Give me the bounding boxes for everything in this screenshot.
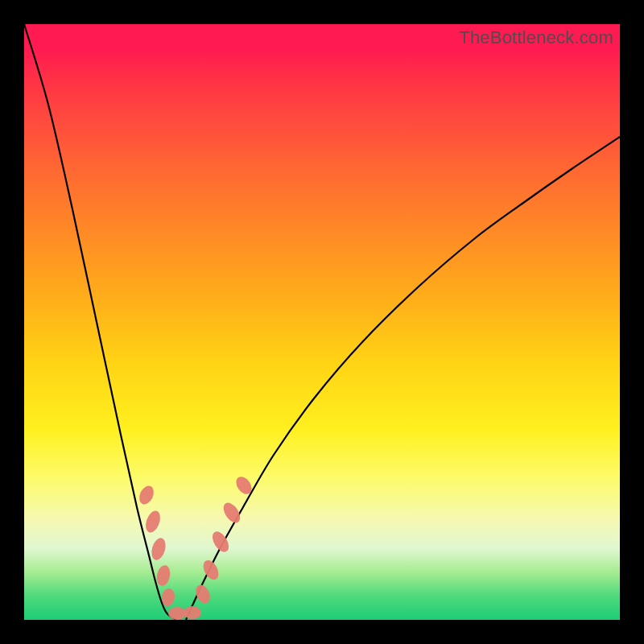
- marker-dot: [137, 484, 157, 507]
- plot-frame: TheBottleneck.com: [24, 24, 620, 620]
- marker-dot: [193, 583, 213, 605]
- watermark-label: TheBottleneck.com: [459, 27, 613, 48]
- marker-dot: [168, 607, 186, 620]
- marker-dot: [143, 509, 163, 535]
- marker-dot: [200, 558, 221, 582]
- marker-dot: [184, 606, 201, 619]
- marker-dot: [155, 564, 171, 588]
- right-curve: [186, 137, 620, 620]
- marker-dot: [149, 536, 167, 561]
- curve-layer: [24, 24, 620, 620]
